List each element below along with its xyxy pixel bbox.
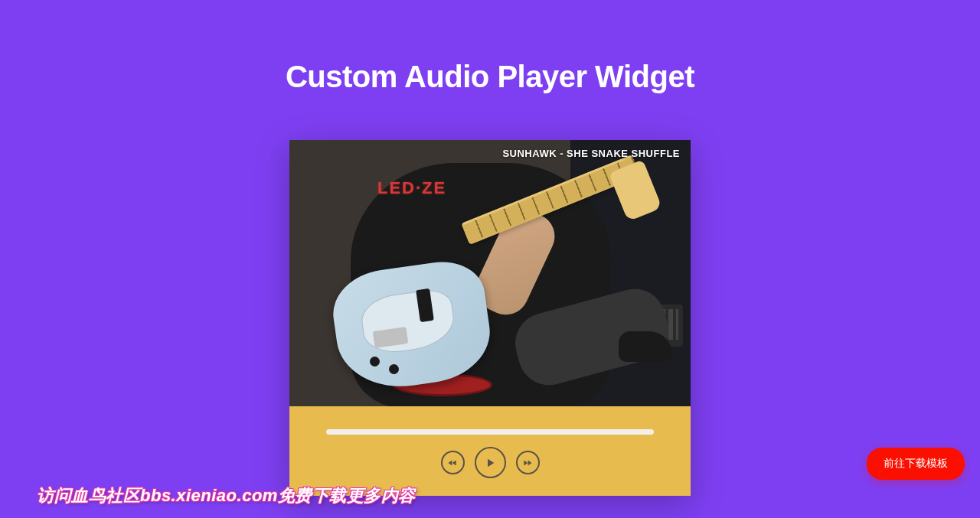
control-buttons bbox=[326, 447, 654, 478]
rewind-button[interactable] bbox=[441, 451, 465, 474]
progress-bar[interactable] bbox=[326, 429, 654, 435]
forward-icon bbox=[522, 458, 533, 468]
shirt-logo-text: LED·ZE bbox=[377, 178, 446, 198]
cover-art: SUNHAWK - SHE SNAKE SHUFFLE LED·ZE bbox=[289, 140, 691, 406]
download-template-button[interactable]: 前往下载模板 bbox=[867, 448, 965, 480]
page-title: Custom Audio Player Widget bbox=[0, 0, 980, 94]
play-icon bbox=[483, 456, 497, 470]
watermark-text: 访问血鸟社区bbs.xieniao.com免费下载更多内容 bbox=[37, 484, 416, 507]
play-button[interactable] bbox=[475, 447, 506, 478]
controls-panel bbox=[289, 406, 691, 496]
audio-player-widget: SUNHAWK - SHE SNAKE SHUFFLE LED·ZE bbox=[289, 140, 691, 496]
rewind-icon bbox=[447, 458, 458, 468]
forward-button[interactable] bbox=[516, 451, 540, 474]
cover-illustration: LED·ZE bbox=[289, 140, 691, 406]
track-label: SUNHAWK - SHE SNAKE SHUFFLE bbox=[502, 148, 680, 159]
